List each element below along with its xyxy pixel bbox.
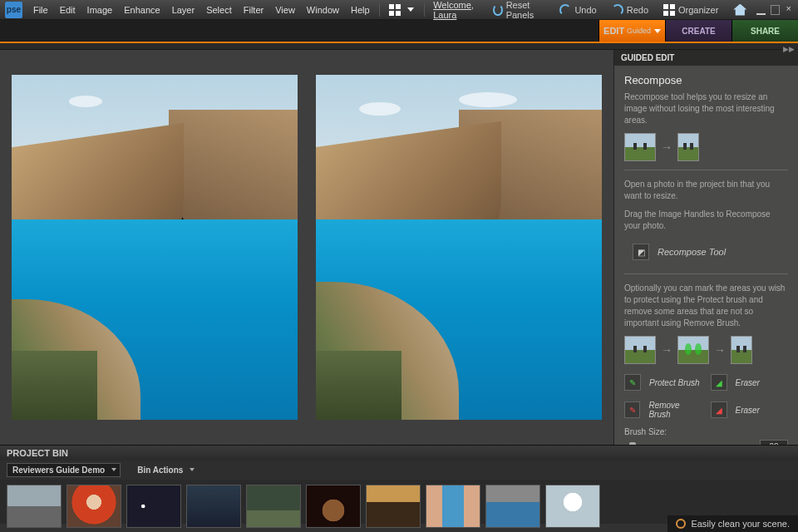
panel-description: Recompose tool helps you to resize an im… <box>624 91 788 126</box>
arrow-right-icon: → <box>714 343 726 357</box>
tab-edit[interactable]: EDIT Guided <box>598 20 665 42</box>
welcome-link[interactable]: Welcome, Laura <box>433 0 486 20</box>
bin-thumb[interactable] <box>545 485 600 528</box>
bin-thumb[interactable] <box>7 485 62 528</box>
tab-create[interactable]: CREATE <box>665 20 732 42</box>
panel-header: GUIDED EDIT <box>614 50 798 66</box>
project-bin: PROJECT BIN Reviewers Guide Demo Bin Act… <box>0 445 798 524</box>
remove-eraser-button[interactable]: ◢Eraser <box>711 399 789 421</box>
bin-thumb[interactable] <box>426 485 480 528</box>
menu-help[interactable]: Help <box>345 5 376 15</box>
bin-thumb[interactable] <box>126 485 181 528</box>
bin-thumb[interactable] <box>366 485 421 528</box>
menu-view[interactable]: View <box>269 5 301 15</box>
example2-thumb3 <box>731 336 752 364</box>
reset-icon <box>493 4 502 16</box>
menu-window[interactable]: Window <box>301 5 345 15</box>
menu-select[interactable]: Select <box>200 5 238 15</box>
bin-thumb[interactable] <box>246 485 301 528</box>
before-image[interactable] <box>12 75 298 420</box>
app-logo[interactable]: pse <box>5 2 22 18</box>
example-after-thumb <box>677 133 699 161</box>
footer-tip: Easily clean your scene. <box>667 515 798 532</box>
example2-thumb2 <box>677 336 709 364</box>
example-before-thumb <box>624 133 656 161</box>
organizer-icon <box>663 4 675 16</box>
panel-title: Recompose <box>624 74 788 86</box>
mode-tabs: EDIT Guided CREATE SHARE <box>0 20 798 43</box>
bin-thumb[interactable] <box>66 485 121 528</box>
redo-button[interactable]: Redo <box>605 2 655 18</box>
bin-actions-dropdown[interactable]: Bin Actions <box>132 464 198 476</box>
eraser-icon: ◢ <box>711 401 727 418</box>
open-instruction: Open a photo in the project bin that you… <box>624 179 788 202</box>
canvas-area <box>0 50 613 445</box>
optional-instruction: Optionally you can mark the areas you wi… <box>624 283 788 329</box>
menu-enhance[interactable]: Enhance <box>118 5 165 15</box>
after-image[interactable] <box>316 75 602 420</box>
organizer-button[interactable]: Organizer <box>657 2 725 18</box>
expand-chevron-icon[interactable]: ▶▶ <box>783 45 795 53</box>
brush-size-value[interactable]: 20 <box>760 440 788 445</box>
remove-brush-button[interactable]: ✎Remove Brush <box>624 399 702 421</box>
arrow-right-icon: → <box>661 140 672 154</box>
bin-thumb[interactable] <box>485 485 540 528</box>
undo-icon <box>559 4 571 16</box>
remove-brush-icon: ✎ <box>624 401 640 418</box>
project-bin-label: PROJECT BIN <box>7 448 68 458</box>
menu-file[interactable]: File <box>27 5 54 15</box>
close-button[interactable]: × <box>785 5 793 15</box>
undo-button[interactable]: Undo <box>553 2 603 18</box>
minimize-button[interactable] <box>756 5 765 15</box>
menu-image[interactable]: Image <box>81 5 119 15</box>
menu-filter[interactable]: Filter <box>238 5 269 15</box>
redo-icon <box>612 4 623 16</box>
menu-layer[interactable]: Layer <box>166 5 201 15</box>
bin-thumb[interactable] <box>186 485 241 528</box>
arrow-right-icon: → <box>661 343 672 357</box>
protect-eraser-button[interactable]: ◢Eraser <box>711 372 789 392</box>
example2-thumb1 <box>624 336 656 364</box>
protect-brush-button[interactable]: ✎Protect Brush <box>624 372 702 392</box>
arrange-button[interactable] <box>382 2 421 18</box>
maximize-button[interactable] <box>771 5 780 15</box>
gear-icon <box>676 519 686 529</box>
options-bar <box>0 43 798 50</box>
eraser-icon: ◢ <box>711 374 727 391</box>
home-icon <box>733 4 746 16</box>
menu-edit[interactable]: Edit <box>54 5 81 15</box>
bin-thumb[interactable] <box>306 485 361 528</box>
recompose-tool-icon: ◩ <box>633 244 649 260</box>
tab-share[interactable]: SHARE <box>732 20 798 42</box>
grid-icon <box>389 4 401 16</box>
menubar: pse File Edit Image Enhance Layer Select… <box>0 0 798 20</box>
home-button[interactable] <box>727 2 753 18</box>
drag-instruction: Drag the Image Handles to Recompose your… <box>624 209 788 232</box>
protect-brush-icon: ✎ <box>624 374 641 391</box>
guided-edit-panel: GUIDED EDIT Recompose Recompose tool hel… <box>613 50 798 445</box>
recompose-tool-button[interactable]: ◩ Recompose Tool <box>624 239 788 265</box>
brush-size-label: Brush Size: <box>624 427 788 436</box>
reset-panels-button[interactable]: Reset Panels <box>486 0 551 22</box>
bin-source-dropdown[interactable]: Reviewers Guide Demo <box>7 463 121 477</box>
